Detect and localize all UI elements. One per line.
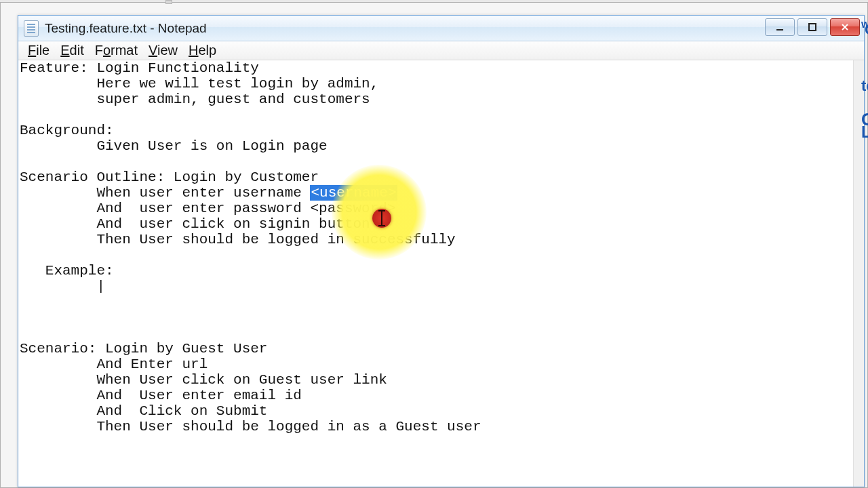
text-line: And user enter password <box>20 201 310 216</box>
minimize-button[interactable] <box>765 18 795 36</box>
text-line: super admin, guest and customers <box>20 92 370 107</box>
text-line: Then User should be logged in successful… <box>20 232 456 247</box>
text-line: | <box>20 279 105 294</box>
selected-text: <username> <box>310 185 397 201</box>
notepad-window: Testing.feature.txt - Notepad File Edit … <box>18 15 865 487</box>
text-line: And User enter email id <box>20 388 302 403</box>
close-button[interactable] <box>830 18 860 36</box>
text-editor-area[interactable]: Feature: Login Functionality Here we wil… <box>18 60 853 487</box>
text-line: Background: <box>20 123 114 138</box>
text-line: When user enter username <box>20 185 310 201</box>
text-line: Feature: Login Functionality <box>20 60 259 76</box>
text-line: And Click on Submit <box>20 403 267 419</box>
titlebar[interactable]: Testing.feature.txt - Notepad <box>18 16 864 41</box>
frame-splitter-handle[interactable] <box>165 0 172 4</box>
text-line: And Enter url <box>20 357 208 372</box>
menu-edit[interactable]: Edit <box>55 43 89 58</box>
maximize-button[interactable] <box>797 18 827 36</box>
close-icon <box>840 22 850 32</box>
outer-frame: Testing.feature.txt - Notepad File Edit … <box>0 2 868 488</box>
text-line: And user click on signin button <box>20 216 370 232</box>
cursor-click-indicator <box>372 209 391 228</box>
menubar: File Edit Format View Help <box>18 41 864 60</box>
menu-view[interactable]: View <box>143 43 183 58</box>
window-controls <box>765 18 860 36</box>
minimize-icon <box>775 22 785 32</box>
text-line: Scenario: Login by Guest User <box>20 341 267 357</box>
notepad-icon <box>24 20 39 37</box>
menu-format[interactable]: Format <box>90 43 143 58</box>
window-title: Testing.feature.txt - Notepad <box>45 21 207 36</box>
text-line: Scenario Outline: Login by Customer <box>20 169 319 185</box>
promo-tools: Selenium | SoapUI | Jmeter | Appium | Wa… <box>861 20 868 142</box>
text-line: Then User should be logged in as a Guest… <box>20 419 481 434</box>
menu-file[interactable]: File <box>22 43 55 58</box>
svg-rect-0 <box>776 29 783 30</box>
svg-rect-1 <box>809 24 816 30</box>
text-line: Here we will test login by admin, <box>20 76 378 92</box>
text-line: Example: <box>20 263 114 279</box>
menu-help[interactable]: Help <box>183 43 222 58</box>
maximize-icon <box>808 22 817 32</box>
text-line: Given User is on Login page <box>20 138 328 154</box>
text-line: When User click on Guest user link <box>20 372 387 388</box>
